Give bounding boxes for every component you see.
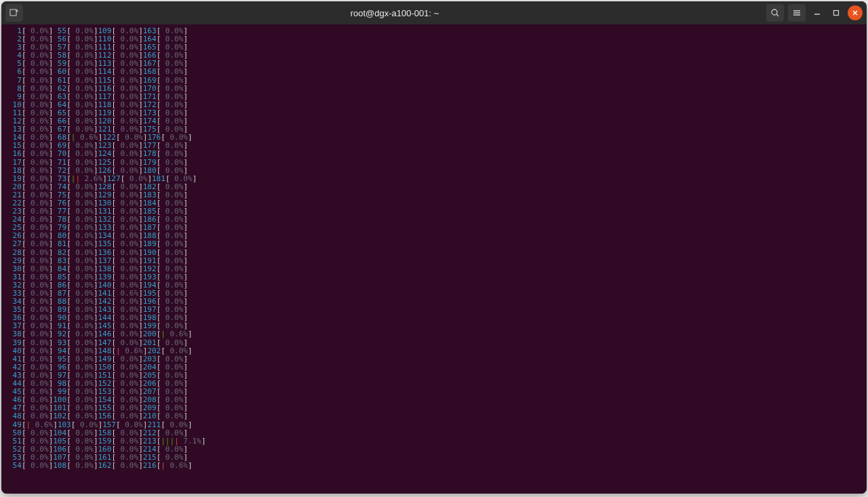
cpu-percent: 0.0%	[26, 175, 49, 183]
cpu-number: 146	[98, 330, 112, 338]
cpu-percent: 0.0%	[26, 462, 49, 470]
cpu-percent: 0.6%	[165, 462, 188, 470]
meter-open: [	[161, 347, 165, 355]
meter-close: ]	[94, 330, 98, 338]
meter-open: [	[165, 175, 170, 183]
meter-open: [	[111, 429, 116, 437]
meter-close: ]	[143, 347, 148, 355]
meter-open: [	[66, 85, 71, 93]
meter-close: ]	[183, 150, 188, 158]
cpu-percent: 0.0%	[26, 150, 49, 158]
cpu-percent: 0.0%	[71, 330, 94, 338]
meter-open: [	[66, 347, 71, 355]
cpu-row: 39 [ 0.0%] 93 [ 0.0%] 147 [ 0.0%] 201 [ …	[8, 339, 864, 347]
cpu-number: 180	[143, 167, 157, 175]
cpu-percent: 0.0%	[161, 77, 183, 85]
cpu-number: 103	[58, 421, 71, 429]
meter-close: ]	[53, 421, 58, 429]
meter-close: ]	[201, 437, 206, 445]
meter-close: ]	[183, 429, 188, 437]
cpu-number: 179	[143, 159, 157, 167]
meter-close: ]	[138, 77, 143, 85]
cpu-percent: 0.0%	[116, 462, 138, 470]
meter-close: ]	[183, 240, 188, 248]
meter-close: ]	[183, 339, 188, 347]
cpu-number: 49	[8, 421, 22, 429]
cpu-number: 27	[8, 240, 22, 248]
cpu-percent: 0.0%	[71, 77, 94, 85]
meter-open: [	[66, 150, 71, 158]
meter-open: [	[22, 159, 26, 167]
cpu-number: 114	[98, 68, 112, 76]
cpu-percent: 0.0%	[116, 68, 138, 76]
cpu-number: 189	[143, 240, 157, 248]
menu-button[interactable]	[788, 4, 806, 22]
search-button[interactable]	[766, 4, 784, 22]
cpu-row: 16 [ 0.0%] 70 [ 0.0%] 124 [ 0.0%] 178 [ …	[8, 150, 864, 158]
cpu-number: 147	[98, 339, 112, 347]
cpu-row: 54 [ 0.0%] 108 [ 0.0%] 162 [ 0.0%] 216 […	[8, 462, 864, 470]
cpu-number: 60	[53, 68, 66, 76]
meter-close: ]	[138, 68, 143, 76]
meter-open: [	[22, 330, 26, 338]
meter-open: [	[111, 339, 116, 347]
cpu-percent: 0.0%	[116, 339, 138, 347]
cpu-percent: 0.0%	[161, 159, 183, 167]
meter-close: ]	[49, 249, 54, 257]
close-button[interactable]	[848, 5, 863, 20]
cpu-percent: 0.0%	[71, 429, 94, 437]
cpu-row: 30 [ 0.0%] 84 [ 0.0%] 138 [ 0.0%] 192 [ …	[8, 265, 864, 273]
cpu-number: 108	[53, 462, 66, 470]
cpu-percent: 0.0%	[71, 437, 94, 445]
new-tab-button[interactable]	[5, 4, 23, 22]
meter-open: [	[111, 347, 116, 355]
cpu-number: 162	[98, 462, 112, 470]
cpu-number: 125	[98, 159, 112, 167]
cpu-number: 28	[8, 249, 22, 257]
cpu-percent: 0.0%	[116, 150, 138, 158]
cpu-number: 54	[8, 462, 22, 470]
svg-rect-0	[10, 9, 16, 16]
maximize-button[interactable]	[829, 5, 844, 20]
cpu-percent: 0.0%	[116, 265, 138, 273]
meter-close: ]	[102, 175, 107, 183]
cpu-number: 157	[102, 421, 116, 429]
cpu-number: 158	[98, 429, 112, 437]
cpu-number: 6	[8, 68, 22, 76]
cpu-number: 16	[8, 150, 22, 158]
cpu-row: 29 [ 0.0%] 83 [ 0.0%] 137 [ 0.0%] 191 [ …	[8, 257, 864, 265]
cpu-number: 71	[53, 159, 66, 167]
cpu-row: 19 [ 0.0%] 73 [|| 2.6%] 127 [ 0.0%] 181 …	[8, 175, 864, 183]
meter-close: ]	[138, 159, 143, 167]
cpu-number: 116	[98, 85, 112, 93]
meter-close: ]	[183, 85, 188, 93]
meter-open: [	[66, 330, 71, 338]
meter-close: ]	[183, 68, 188, 76]
meter-open: [	[111, 330, 116, 338]
meter-close: ]	[49, 85, 54, 93]
meter-close: ]	[49, 240, 54, 248]
meter-open: [	[111, 437, 116, 445]
meter-open: [	[111, 159, 116, 167]
meter-open: [	[22, 339, 26, 347]
meter-close: ]	[138, 85, 143, 93]
minimize-button[interactable]	[810, 5, 825, 20]
meter-open: [	[22, 85, 26, 93]
cpu-percent: 0.0%	[26, 429, 49, 437]
cpu-number: 135	[98, 240, 112, 248]
terminal-content[interactable]: 1 [ 0.0%] 55 [ 0.0%] 109 [ 0.0%] 163 [ 0…	[1, 24, 867, 494]
cpu-percent: 0.0%	[71, 257, 94, 265]
meter-close: ]	[143, 421, 148, 429]
cpu-row: 6 [ 0.0%] 60 [ 0.0%] 114 [ 0.0%] 168 [ 0…	[8, 68, 864, 76]
meter-close: ]	[193, 175, 197, 183]
meter-close: ]	[94, 429, 98, 437]
meter-close: ]	[94, 437, 98, 445]
cpu-number: 38	[8, 330, 22, 338]
cpu-percent: 0.0%	[71, 167, 94, 175]
cpu-percent: 0.0%	[71, 85, 94, 93]
cpu-percent: 0.0%	[71, 462, 94, 470]
meter-open: [	[111, 412, 116, 420]
meter-close: ]	[49, 167, 54, 175]
meter-close: ]	[183, 257, 188, 265]
cpu-percent: 0.0%	[170, 175, 193, 183]
